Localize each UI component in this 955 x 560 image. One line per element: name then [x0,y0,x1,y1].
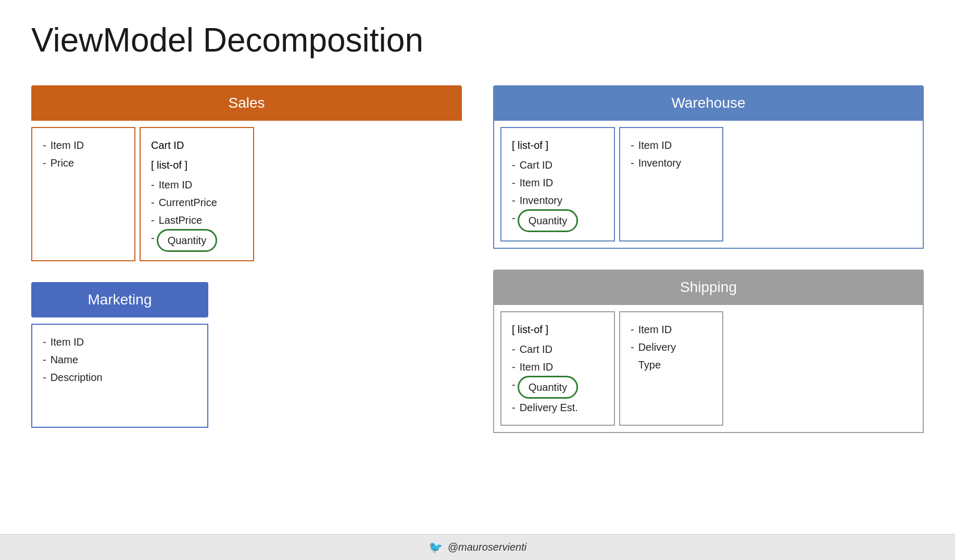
warehouse-list-of: [ list-of ] [512,136,604,154]
shipping-block: Shipping [ list-of ] - Cart ID - Item ID [493,270,924,433]
marketing-description: - Description [43,368,197,386]
shipping-item-card-id: - Item ID [631,321,712,338]
shipping-quantity-circle: Quantity [518,376,578,399]
warehouse-item-card-inventory: - Inventory [631,154,712,172]
right-section: Warehouse [ list-of ] - Cart ID - Item I… [493,85,924,433]
shipping-list-card: [ list-of ] - Cart ID - Item ID - Quanti… [500,311,615,426]
shipping-title: Shipping [493,270,924,305]
shipping-delivery-est: - Delivery Est. [512,399,604,416]
cart-last-price: - LastPrice [151,211,243,229]
cart-quantity: - Quantity [151,229,243,252]
footer: 🐦 @mauroservienti [0,534,955,560]
sales-block: Sales - Item ID - Price [31,85,462,261]
marketing-card: - Item ID - Name - Description [31,324,208,428]
warehouse-quantity-circle: Quantity [518,209,578,232]
warehouse-cart-id: - Cart ID [512,156,604,174]
cart-item-id: - Item ID [151,176,243,194]
price-card-price: - Price [43,154,124,172]
marketing-title: Marketing [31,282,208,317]
shipping-quantity: - Quantity [512,376,604,399]
price-card-item-id: - Item ID [43,136,124,154]
shipping-cart-id: - Cart ID [512,340,604,358]
shipping-item-id: - Item ID [512,358,604,376]
warehouse-inventory-item: - Inventory [512,192,604,209]
shipping-delivery-type: - DeliveryType [631,338,712,374]
sales-title: Sales [31,85,462,121]
main-content: Sales - Item ID - Price [31,85,924,433]
warehouse-title: Warehouse [493,85,924,121]
sales-price-card: - Item ID - Price [31,127,135,261]
page-title: ViewModel Decomposition [31,21,924,59]
warehouse-list-card: [ list-of ] - Cart ID - Item ID - Invent… [500,127,615,241]
twitter-icon: 🐦 [429,541,443,554]
page: ViewModel Decomposition Sales - Item ID … [0,0,955,560]
marketing-block: Marketing - Item ID - Name - De [31,282,462,428]
cart-quantity-circle: Quantity [157,229,217,252]
warehouse-item-card-id: - Item ID [631,136,712,154]
warehouse-quantity: - Quantity [512,209,604,232]
shipping-list-of: [ list-of ] [512,321,604,338]
warehouse-block: Warehouse [ list-of ] - Cart ID - Item I… [493,85,924,249]
warehouse-item-card: - Item ID - Inventory [619,127,723,241]
cart-current-price: - CurrentPrice [151,194,243,211]
shipping-item-card: - Item ID - DeliveryType [619,311,723,426]
list-of-label: [ list-of ] [151,156,243,174]
left-section: Sales - Item ID - Price [31,85,462,433]
cart-id-label: Cart ID [151,136,243,154]
sales-cart-card: Cart ID [ list-of ] - Item ID - CurrentP… [140,127,254,261]
marketing-item-id: - Item ID [43,333,197,351]
footer-handle: @mauroservienti [448,541,526,553]
marketing-name: - Name [43,351,197,368]
warehouse-item-id: - Item ID [512,174,604,192]
